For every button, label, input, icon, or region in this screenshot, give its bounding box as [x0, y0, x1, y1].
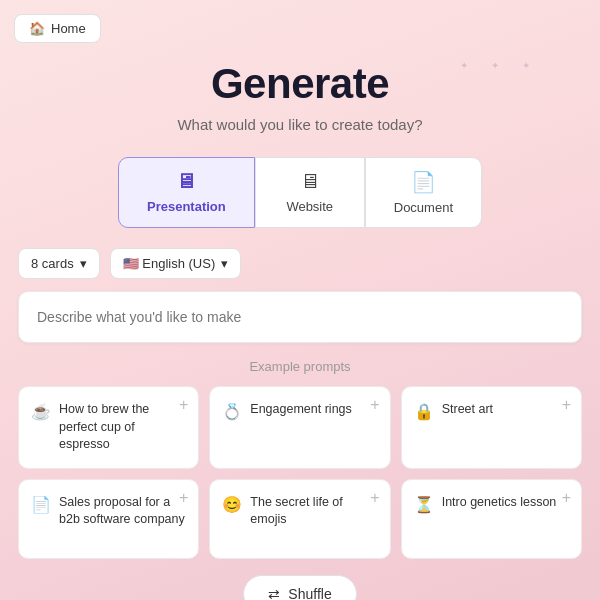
prompt-card-0[interactable]: ☕ How to brew the perfect cup of espress… — [18, 386, 199, 469]
prompt-text-2: Street art — [442, 401, 569, 419]
prompt-icon-5: ⏳ — [414, 495, 434, 514]
prompts-label: Example prompts — [18, 359, 582, 374]
presentation-label: Presentation — [147, 199, 226, 214]
page-subtitle: What would you like to create today? — [177, 116, 422, 133]
website-label: Website — [286, 199, 333, 214]
prompt-icon-2: 🔒 — [414, 402, 434, 421]
prompt-card-1[interactable]: 💍 Engagement rings + — [209, 386, 390, 469]
document-label: Document — [394, 200, 453, 215]
prompt-add-4[interactable]: + — [370, 490, 379, 506]
search-container — [18, 291, 582, 343]
prompt-text-0: How to brew the perfect cup of espresso — [59, 401, 186, 454]
prompt-text-4: The secret life of emojis — [250, 494, 377, 529]
prompt-add-2[interactable]: + — [562, 397, 571, 413]
cards-arrow: ▾ — [80, 256, 87, 271]
prompt-icon-4: 😊 — [222, 495, 242, 514]
prompt-card-2[interactable]: 🔒 Street art + — [401, 386, 582, 469]
shuffle-label: Shuffle — [288, 586, 331, 601]
prompt-text-3: Sales proposal for a b2b software compan… — [59, 494, 186, 529]
prompt-add-0[interactable]: + — [179, 397, 188, 413]
prompts-section: Example prompts ☕ How to brew the perfec… — [18, 359, 582, 575]
type-btn-presentation[interactable]: 🖥 Presentation — [118, 157, 255, 228]
document-icon: 📄 — [411, 170, 436, 194]
lang-arrow: ▾ — [221, 256, 228, 271]
type-selector: 🖥 Presentation 🖥 Website 📄 Document — [118, 157, 482, 228]
language-dropdown[interactable]: 🇺🇸 English (US) ▾ — [110, 248, 242, 279]
prompt-add-1[interactable]: + — [370, 397, 379, 413]
prompt-card-3[interactable]: 📄 Sales proposal for a b2b software comp… — [18, 479, 199, 559]
home-icon: 🏠 — [29, 21, 45, 36]
prompts-grid: ☕ How to brew the perfect cup of espress… — [18, 386, 582, 559]
cards-dropdown[interactable]: 8 cards ▾ — [18, 248, 100, 279]
prompt-icon-3: 📄 — [31, 495, 51, 514]
home-label: Home — [51, 21, 86, 36]
website-icon: 🖥 — [300, 170, 320, 193]
prompt-card-4[interactable]: 😊 The secret life of emojis + — [209, 479, 390, 559]
prompt-add-3[interactable]: + — [179, 490, 188, 506]
prompt-icon-0: ☕ — [31, 402, 51, 421]
type-btn-document[interactable]: 📄 Document — [365, 157, 482, 228]
search-input[interactable] — [37, 309, 563, 325]
home-button[interactable]: 🏠 Home — [14, 14, 101, 43]
prompt-icon-1: 💍 — [222, 402, 242, 421]
shuffle-button[interactable]: ⇄ Shuffle — [243, 575, 356, 601]
prompt-add-5[interactable]: + — [562, 490, 571, 506]
prompt-text-5: Intro genetics lesson — [442, 494, 569, 512]
language-value: 🇺🇸 English (US) — [123, 256, 216, 271]
prompt-card-5[interactable]: ⏳ Intro genetics lesson + — [401, 479, 582, 559]
page-title: Generate — [211, 60, 389, 108]
cards-value: 8 cards — [31, 256, 74, 271]
presentation-icon: 🖥 — [176, 170, 196, 193]
prompt-text-1: Engagement rings — [250, 401, 377, 419]
controls-row: 8 cards ▾ 🇺🇸 English (US) ▾ — [18, 248, 241, 279]
type-btn-website[interactable]: 🖥 Website — [255, 157, 365, 228]
shuffle-icon: ⇄ — [268, 586, 280, 601]
